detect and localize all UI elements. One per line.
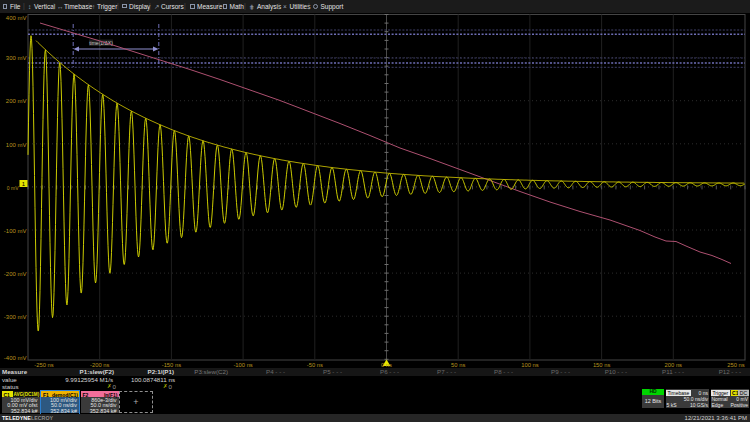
svg-text:300 mV: 300 mV: [6, 55, 27, 61]
svg-text:-100 mV: -100 mV: [4, 228, 27, 234]
svg-text:-200 mV: -200 mV: [4, 271, 27, 277]
svg-text:-300 mV: -300 mV: [4, 314, 27, 320]
svg-text:400 mV: 400 mV: [6, 15, 27, 21]
svg-text:time(1/ΔX): time(1/ΔX): [89, 40, 113, 46]
svg-text:200 mV: 200 mV: [6, 98, 27, 104]
svg-text:100 mV: 100 mV: [6, 142, 27, 148]
svg-text:0 mV: 0 mV: [7, 185, 19, 191]
svg-text:-400 mV: -400 mV: [4, 355, 27, 361]
